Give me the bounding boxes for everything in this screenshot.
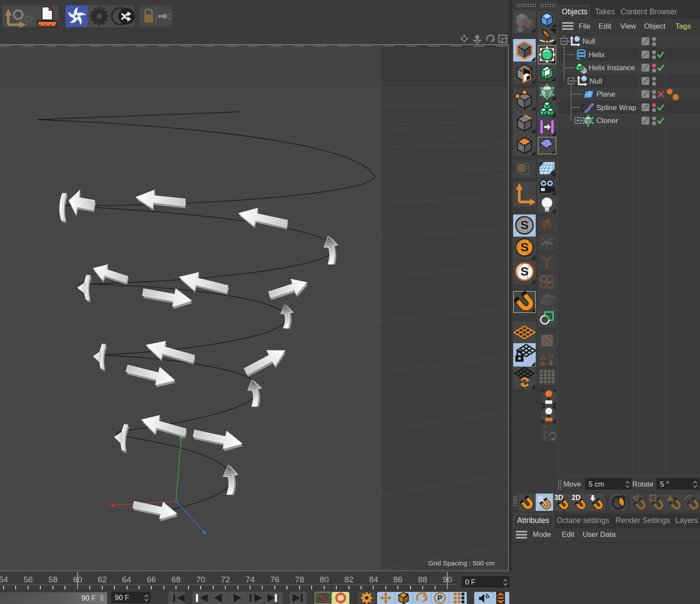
svg-text:S: S	[521, 218, 529, 232]
svg-text:66: 66	[147, 575, 156, 584]
svg-text:64: 64	[122, 575, 131, 584]
svg-text:Null: Null	[589, 77, 602, 85]
svg-text:72: 72	[221, 575, 230, 584]
svg-text:88: 88	[418, 575, 427, 584]
svg-text:(): ()	[538, 494, 543, 502]
svg-text:Plane: Plane	[596, 90, 615, 98]
svg-text:58: 58	[48, 575, 57, 584]
svg-text:74: 74	[245, 575, 255, 584]
svg-text:R: R	[543, 435, 547, 440]
svg-text:S: S	[543, 430, 546, 435]
svg-text:54: 54	[0, 575, 8, 584]
svg-text:70: 70	[196, 575, 205, 584]
svg-text:68: 68	[171, 575, 180, 584]
svg-text:80: 80	[319, 575, 329, 584]
svg-text:Helix Instance: Helix Instance	[589, 64, 635, 72]
svg-text:76: 76	[270, 575, 279, 584]
svg-text:S: S	[521, 265, 529, 278]
svg-text:86: 86	[393, 575, 402, 584]
svg-text:2D: 2D	[572, 494, 580, 501]
svg-text:Helix: Helix	[589, 51, 605, 59]
svg-text:Cloner: Cloner	[596, 117, 618, 125]
svg-text:3D: 3D	[554, 494, 563, 501]
svg-text:82: 82	[344, 575, 353, 584]
svg-text:84: 84	[369, 575, 378, 584]
svg-text:S: S	[521, 240, 529, 254]
svg-text:P: P	[437, 594, 442, 602]
svg-text:78: 78	[295, 575, 304, 584]
svg-text:62: 62	[98, 575, 107, 584]
svg-text:P: P	[543, 425, 546, 430]
svg-text:Null: Null	[583, 37, 595, 45]
svg-text:Spline Wrap: Spline Wrap	[596, 104, 636, 112]
svg-text:56: 56	[23, 575, 33, 584]
